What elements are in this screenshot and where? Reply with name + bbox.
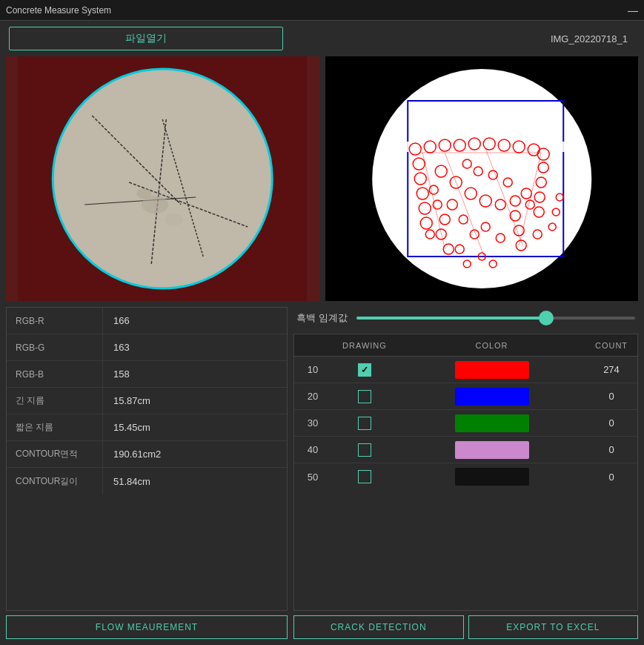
original-image-svg: [6, 56, 319, 301]
detection-row-count: 0: [585, 472, 637, 483]
title-bar: Concrete Measure System —: [0, 0, 644, 21]
measurement-label: RGB-B: [7, 361, 103, 387]
measurement-label: CONTOUR면적: [7, 441, 103, 467]
detection-row-color: [398, 468, 585, 486]
color-swatch: [455, 414, 529, 432]
measurement-row: RGB-R 166: [7, 308, 287, 334]
color-swatch: [455, 361, 529, 379]
detection-row-num: 30: [294, 417, 331, 429]
measurement-row: RGB-G 163: [7, 334, 287, 361]
measurement-value: 163: [103, 342, 130, 353]
detection-row-count: 274: [585, 364, 637, 375]
crack-detection-button[interactable]: CRACK DETECTION: [293, 615, 464, 639]
image-row: [6, 56, 638, 301]
measurement-label: RGB-G: [7, 334, 103, 360]
top-bar: 파일열기 IMG_20220718_1: [6, 27, 638, 50]
slider-fill: [356, 317, 546, 320]
color-swatch: [455, 468, 529, 486]
detection-table: DRAWING COLOR COUNT 10 ✓ 274 20 0: [293, 334, 638, 611]
filename-display: IMG_20220718_1: [551, 33, 628, 44]
drawing-checkbox[interactable]: [358, 390, 371, 403]
slider-thumb[interactable]: [539, 311, 554, 325]
measurements-panel: RGB-R 166 RGB-G 163 RGB-B 158 긴 지름 15.87…: [6, 307, 288, 639]
measurement-row: RGB-B 158: [7, 361, 287, 388]
app-title: Concrete Measure System: [6, 5, 111, 16]
crack-detection-svg: [325, 56, 639, 301]
detection-table-header: DRAWING COLOR COUNT: [294, 334, 637, 357]
checkmark-icon: ✓: [361, 365, 368, 375]
measurement-row: CONTOUR길이 51.84cm: [7, 468, 287, 494]
header-drawing: DRAWING: [331, 341, 398, 350]
detection-row: 20 0: [294, 383, 637, 410]
slider-label: 흑백 임계값: [296, 311, 348, 325]
measurement-label: 짧은 지름: [7, 414, 103, 440]
detection-row: 10 ✓ 274: [294, 357, 637, 383]
detection-row-drawing[interactable]: [331, 470, 398, 483]
right-controls: 흑백 임계값 DRAWING COLOR COUNT 10 ✓: [293, 307, 638, 639]
drawing-checkbox[interactable]: [358, 443, 371, 457]
measurement-label: CONTOUR길이: [7, 468, 103, 494]
minimize-button[interactable]: —: [628, 4, 638, 16]
measurement-value: 166: [103, 315, 130, 326]
svg-rect-14: [398, 142, 565, 152]
original-image-panel: [6, 56, 319, 301]
detection-row-num: 20: [294, 391, 331, 402]
color-swatch: [455, 388, 529, 406]
detection-row-count: 0: [585, 417, 637, 429]
color-swatch: [455, 441, 529, 459]
detection-row-color: [398, 441, 585, 459]
detection-row-drawing[interactable]: [331, 417, 398, 430]
crack-detection-image-panel: [325, 56, 639, 301]
detection-rows-container: 10 ✓ 274 20 0 30 0: [294, 357, 637, 490]
measurement-label: 긴 지름: [7, 388, 103, 414]
svg-point-10: [136, 188, 151, 199]
detection-row-drawing[interactable]: [331, 443, 398, 457]
slider-track[interactable]: [356, 317, 635, 320]
detection-row-color: [398, 388, 585, 406]
drawing-checkbox[interactable]: [358, 417, 371, 430]
detection-row-num: 10: [294, 364, 331, 375]
measurement-value: 190.61cm2: [103, 449, 161, 460]
measurement-value: 15.87cm: [103, 395, 150, 406]
detection-row: 40 0: [294, 437, 637, 463]
detection-row-num: 40: [294, 444, 331, 455]
svg-point-12: [372, 69, 591, 288]
detection-row-count: 0: [585, 391, 637, 402]
bottom-buttons: CRACK DETECTION EXPORT TO EXCEL: [293, 615, 638, 639]
drawing-checkbox[interactable]: ✓: [358, 363, 371, 377]
measurement-value: 158: [103, 368, 130, 380]
detection-row-num: 50: [294, 472, 331, 483]
detection-row-color: [398, 414, 585, 432]
svg-point-9: [165, 214, 182, 225]
detection-row-drawing[interactable]: [331, 390, 398, 403]
measurement-row: 짧은 지름 15.45cm: [7, 414, 287, 441]
export-button[interactable]: EXPORT TO EXCEL: [468, 615, 639, 639]
slider-row: 흑백 임계값: [293, 307, 638, 329]
detection-row: 30 0: [294, 410, 637, 437]
detection-row: 50 0: [294, 463, 637, 490]
measurement-row: 긴 지름 15.87cm: [7, 388, 287, 414]
measurement-label: RGB-R: [7, 308, 103, 334]
detection-row-drawing[interactable]: ✓: [331, 363, 398, 377]
measurement-value: 15.45cm: [103, 422, 150, 433]
drawing-checkbox[interactable]: [358, 470, 371, 483]
header-color: COLOR: [398, 341, 585, 350]
measurement-value: 51.84cm: [103, 476, 150, 487]
detection-row-count: 0: [585, 444, 637, 455]
measurement-row: CONTOUR면적 190.61cm2: [7, 441, 287, 468]
header-count: COUNT: [585, 341, 637, 350]
measurements-table: RGB-R 166 RGB-G 163 RGB-B 158 긴 지름 15.87…: [6, 307, 288, 611]
bottom-section: RGB-R 166 RGB-G 163 RGB-B 158 긴 지름 15.87…: [6, 307, 638, 639]
detection-row-color: [398, 361, 585, 379]
flow-measurement-button[interactable]: FLOW MEAUREMENT: [6, 615, 288, 639]
file-open-button[interactable]: 파일열기: [9, 27, 283, 50]
